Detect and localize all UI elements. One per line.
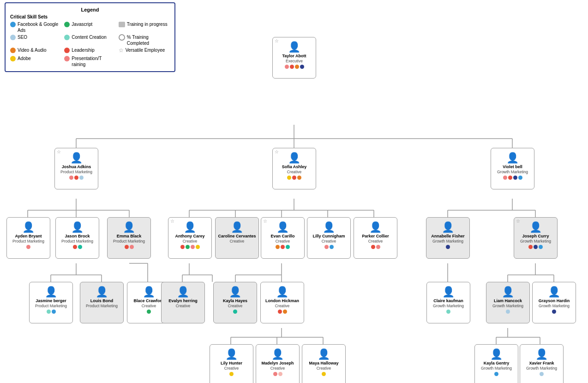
dot [191, 245, 195, 249]
training-rect [119, 22, 125, 27]
dots-emma [125, 245, 134, 249]
node-anthony[interactable]: ☆ 👤 Anthony Carey Creative [168, 217, 212, 259]
legend-item-fb: Facebook & Google Ads [10, 21, 61, 33]
versatile-label: Versatile Employee [126, 47, 165, 53]
name-joshua: Joshua Adkins [62, 164, 91, 170]
node-jason[interactable]: 👤 Jason Brock Product Marketing [55, 217, 99, 259]
video-label: Video & Audio [18, 47, 47, 53]
name-london: London Hickman [265, 298, 299, 304]
dept-joshua: Product Marketing [60, 170, 92, 174]
dots-grayson [552, 310, 556, 314]
dot [518, 176, 522, 180]
seo-dot [10, 35, 16, 40]
dot [295, 65, 299, 69]
dot [552, 310, 556, 314]
presentation-dot [64, 56, 70, 61]
avatar-claire: 👤 [442, 286, 455, 298]
node-sofia[interactable]: ☆ 👤 Sofia Ashley Creative [272, 148, 316, 189]
name-xavier: Xavier Frank [529, 361, 554, 366]
avatar-jason: 👤 [71, 221, 84, 233]
legend-title: Legend [10, 7, 170, 12]
star-icon-sofia: ☆ [275, 149, 279, 154]
node-claire[interactable]: 👤 Claire kaufman Growth Marketing [426, 282, 470, 323]
dot [26, 245, 30, 249]
dots-violet [503, 176, 522, 180]
node-madelyn[interactable]: 👤 Madelyn Joseph Creative [256, 344, 300, 383]
dot [540, 372, 544, 376]
dots-joseph [528, 245, 543, 249]
star-icon: ☆ [119, 47, 124, 55]
node-evalyn[interactable]: 👤 Evalyn herring Creative [161, 282, 205, 323]
dept-lilly: Creative [322, 239, 336, 243]
dots-joshua [69, 176, 84, 180]
node-louis[interactable]: 👤 Louis Bond Product Marketing [80, 282, 124, 323]
name-lilly: Lilly Cunnigham [312, 234, 345, 239]
name-jason: Jason Brock [65, 234, 90, 239]
dept-violet: Growth Marketing [497, 170, 528, 174]
node-annabelle[interactable]: 👤 Annabelle Fisher Growth Marketing [426, 217, 470, 259]
dot [503, 176, 507, 180]
dots-ayden [26, 245, 30, 249]
dot [506, 310, 510, 314]
node-violet[interactable]: 👤 Violet bell Growth Marketing [491, 148, 534, 189]
avatar-evalyn: 👤 [177, 286, 189, 298]
node-parker[interactable]: 👤 Parker Collier Creative [354, 217, 397, 259]
dot [539, 245, 543, 249]
node-taylor[interactable]: ☆ 👤 Taylor Abott Executive [272, 37, 316, 79]
dot [285, 65, 289, 69]
dept-kayla-hayes: Creative [228, 304, 243, 308]
dot [446, 310, 450, 314]
dot [229, 372, 234, 376]
node-lilly[interactable]: 👤 Lilly Cunnigham Creative [307, 217, 351, 259]
avatar-jasmine: 👤 [45, 286, 57, 298]
legend-item-video: Video & Audio [10, 47, 61, 55]
node-liam[interactable]: 👤 Liam Hancock Growth Marketing [486, 282, 530, 323]
dots-kayla-gentry [494, 372, 498, 376]
dot [528, 245, 533, 249]
node-grayson[interactable]: 👤 Grayson Hardin Growth Marketing [532, 282, 576, 323]
node-kayla-hayes[interactable]: 👤 Kayla Hayes Creative [213, 282, 257, 323]
name-sofia: Sofia Ashley [282, 164, 307, 170]
node-lily-hunter[interactable]: 👤 Lily Hunter Creative [210, 344, 253, 383]
leadership-dot [64, 48, 70, 53]
dot [290, 65, 294, 69]
name-caroline: Caroline Cervantes [218, 234, 256, 239]
avatar-xavier: 👤 [535, 348, 548, 360]
name-evalyn: Evalyn herring [168, 298, 198, 304]
avatar-sofia: 👤 [288, 152, 300, 164]
node-xavier[interactable]: 👤 Xavier Frank Growth Marketing [520, 344, 564, 383]
name-annabelle: Annabelle Fisher [431, 234, 465, 239]
avatar-caroline: 👤 [231, 221, 243, 233]
dept-lily-hunter: Creative [224, 366, 239, 371]
node-emma[interactable]: 👤 Emma Black Product Marketing [107, 217, 151, 259]
dots-liam [506, 310, 510, 314]
avatar-joshua: 👤 [70, 152, 83, 164]
avatar-blace: 👤 [143, 286, 155, 298]
node-ayden[interactable]: 👤 Ayden Bryant Product Marketing [6, 217, 50, 259]
dept-kayla-gentry: Growth Marketing [481, 366, 512, 371]
node-evan[interactable]: ☆ 👤 Evan Carillo Creative [261, 217, 305, 259]
node-maya[interactable]: 👤 Maya Halloway Creative [302, 344, 346, 383]
dots-parker [371, 245, 380, 249]
node-london[interactable]: 👤 London Hickman Creative [260, 282, 304, 323]
avatar-taylor: 👤 [288, 41, 300, 53]
node-joshua[interactable]: ☆ 👤 Joshua Adkins Product Marketing [54, 148, 98, 189]
name-liam: Liam Hancock [494, 298, 522, 304]
legend-item-versatile: ☆ Versatile Employee [119, 47, 170, 55]
dept-emma: Product Marketing [113, 239, 145, 243]
avatar-violet: 👤 [506, 152, 519, 164]
dot [125, 245, 129, 249]
node-jasmine[interactable]: 👤 Jasmine berger Product Marketing [29, 282, 73, 323]
training-label: Training in progress [127, 21, 168, 27]
dot [180, 245, 185, 249]
dots-claire [446, 310, 450, 314]
dot [233, 310, 237, 314]
dot [287, 176, 291, 180]
node-caroline[interactable]: 👤 Caroline Cervantes Creative [215, 217, 259, 259]
node-kayla-gentry[interactable]: 👤 Kayla Gentry Growth Marketing [474, 344, 518, 383]
dot [47, 310, 51, 314]
dot [283, 310, 287, 314]
legend-panel: Legend Critical Skill Sets Facebook & Go… [5, 2, 175, 72]
node-joseph[interactable]: ☆ 👤 Joseph Curry Growth Marketing [514, 217, 558, 259]
dots-jasmine [47, 310, 56, 314]
